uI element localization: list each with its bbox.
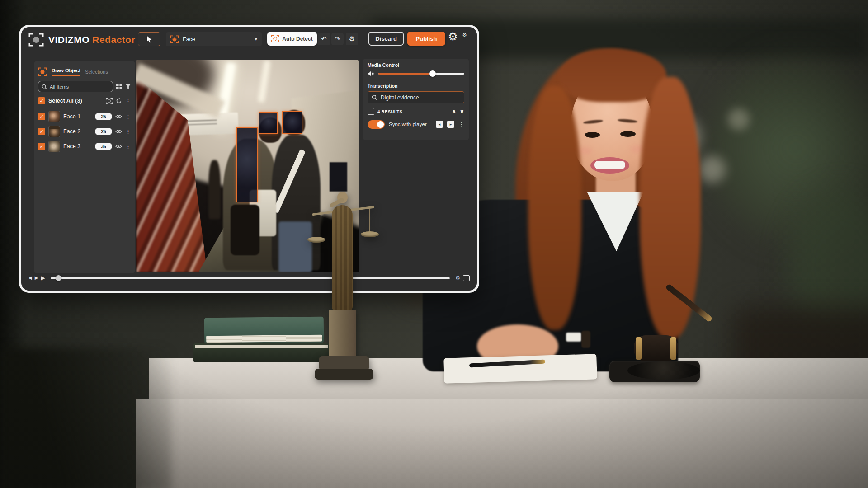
settings-button[interactable]: ⚙: [346, 33, 358, 45]
wall-sign: [330, 162, 347, 192]
eye-icon: [115, 144, 122, 149]
clipboard-paper: [443, 354, 597, 383]
discard-label: Discard: [375, 35, 397, 42]
vidizmo-logo-icon: [28, 32, 44, 47]
gear-icon-small: ⚙: [462, 32, 467, 38]
eye-icon: [115, 114, 122, 119]
object-row-face-1[interactable]: ✓ Face 1 25 ⋮: [38, 110, 131, 123]
face-2-menu-button[interactable]: ⋮: [125, 129, 131, 135]
face-3-count-badge: 35: [95, 143, 112, 150]
next-result-button[interactable]: ▸: [447, 121, 454, 128]
desk-shadow: [0, 348, 172, 488]
fullscreen-button[interactable]: [463, 275, 470, 281]
redo-button[interactable]: ↷: [331, 33, 344, 45]
advanced-settings-button[interactable]: ⚙ ⚙: [448, 31, 466, 47]
face-3-thumbnail: [48, 141, 60, 152]
auto-detect-label: Auto Detect: [282, 36, 312, 42]
transcription-search-value: Digital evidence: [381, 94, 419, 101]
check-icon: ✓: [39, 129, 43, 134]
face-1-count-badge: 25: [95, 113, 112, 120]
auto-detect-button[interactable]: Auto Detect: [267, 32, 317, 46]
scale-chain: [369, 209, 370, 232]
distant-passenger: [208, 160, 221, 220]
speaker-icon[interactable]: [368, 70, 375, 77]
next-result-chevron[interactable]: ∨: [459, 108, 464, 114]
seek-thumb[interactable]: [56, 275, 61, 281]
items-search-placeholder: All Items: [50, 84, 69, 89]
statue-plinth: [315, 369, 373, 380]
select-all-checkbox[interactable]: ✓: [38, 97, 45, 104]
hair-strand: [528, 86, 581, 330]
funnel-icon: [125, 84, 131, 89]
items-search-input[interactable]: All Items: [38, 81, 113, 92]
gavel-base: [627, 361, 700, 380]
auto-detect-icon: [271, 35, 279, 42]
face-1-visibility-button[interactable]: [115, 114, 122, 119]
sync-with-player-toggle[interactable]: [368, 120, 385, 129]
desk-front: [136, 399, 868, 488]
prev-result-button[interactable]: ◂: [436, 121, 443, 128]
detection-box-person[interactable]: [236, 127, 258, 202]
scale-pan: [361, 231, 379, 237]
media-transcription-panel: Media Control Transcription Digita: [363, 59, 469, 140]
detect-brackets-icon: [106, 98, 113, 104]
undo-icon: ↶: [321, 36, 327, 42]
publish-button[interactable]: Publish: [407, 32, 445, 46]
transcription-search-input[interactable]: Digital evidence: [368, 91, 464, 103]
object-row-face-3[interactable]: ✓ Face 3 35 ⋮: [38, 140, 131, 153]
player-settings-button[interactable]: ⚙: [455, 275, 460, 281]
hair: [560, 49, 666, 102]
face-1-checkbox[interactable]: ✓: [38, 113, 45, 120]
discard-button[interactable]: Discard: [368, 32, 404, 46]
select-all-menu-button[interactable]: ⋮: [125, 98, 131, 104]
results-checkbox[interactable]: [368, 108, 374, 115]
face-1-menu-button[interactable]: ⋮: [125, 114, 131, 120]
gavel-brass-band: [636, 337, 642, 360]
eye-icon: [115, 129, 122, 134]
face-1-thumbnail: [48, 111, 60, 122]
grid-view-button[interactable]: [116, 84, 122, 89]
previous-result-chevron[interactable]: ∧: [452, 108, 457, 114]
tab-draw-object[interactable]: Draw Object: [52, 68, 80, 76]
face-3-checkbox[interactable]: ✓: [38, 143, 45, 150]
wristwatch: [581, 331, 590, 348]
face-2-visibility-button[interactable]: [115, 129, 122, 134]
detect-all-button[interactable]: [106, 98, 113, 104]
filter-button[interactable]: [125, 84, 131, 89]
detection-type-dropdown[interactable]: Face ▾: [166, 32, 262, 46]
object-row-face-2[interactable]: ✓ Face 2 25 ⋮: [38, 125, 131, 138]
sync-label: Sync with player: [389, 122, 432, 127]
transcription-menu-button[interactable]: ⋮: [458, 122, 464, 127]
detection-box-face-1[interactable]: [259, 112, 278, 134]
undo-button[interactable]: ↶: [318, 33, 330, 45]
lady-justice-statue: [311, 189, 380, 380]
volume-slider[interactable]: [378, 73, 464, 75]
detection-box-face-2[interactable]: [282, 111, 302, 134]
face-3-visibility-button[interactable]: [115, 144, 122, 149]
step-forward-button[interactable]: ▶: [35, 276, 38, 280]
face-2-checkbox[interactable]: ✓: [38, 128, 45, 135]
face-3-label: Face 3: [63, 143, 92, 150]
select-tool-button[interactable]: [138, 32, 160, 46]
check-icon: ✓: [39, 114, 43, 119]
scale-pan: [307, 237, 326, 243]
volume-fill: [378, 73, 433, 75]
face-3-menu-button[interactable]: ⋮: [125, 144, 131, 150]
gavel-head: [634, 335, 678, 361]
play-button[interactable]: ▶: [41, 275, 45, 281]
passenger-jeans: [278, 221, 312, 272]
tab-selections[interactable]: Selections: [85, 69, 108, 75]
check-icon: ✓: [39, 99, 43, 103]
search-icon: [372, 94, 377, 100]
select-all-label: Select All (3): [48, 98, 103, 104]
seek-bar[interactable]: [51, 277, 450, 279]
chevron-down-icon: ▾: [255, 37, 257, 42]
gear-icon: ⚙: [349, 36, 355, 42]
bokeh-highlight: [728, 108, 750, 130]
step-back-button[interactable]: ◀: [28, 276, 32, 280]
circular-arrow-icon: [116, 98, 122, 104]
volume-thumb[interactable]: [429, 70, 436, 77]
grid-icon: [116, 84, 122, 89]
refresh-tracking-button[interactable]: [116, 98, 122, 104]
dark-duffel-bag: [231, 205, 259, 256]
